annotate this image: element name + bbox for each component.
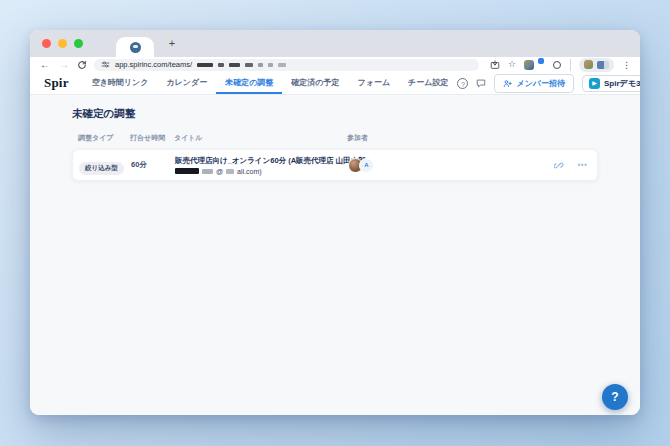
url-redacted-segment — [229, 63, 240, 67]
invite-member-button[interactable]: メンバー招待 — [494, 74, 574, 93]
share-icon[interactable] — [490, 60, 500, 70]
spir-logo[interactable]: Spir — [44, 75, 69, 91]
profile-avatar — [584, 60, 593, 69]
browser-profile-pill[interactable] — [579, 58, 614, 72]
tab-confirmed-events[interactable]: 確定済の予定 — [282, 72, 348, 94]
toolbar-right-cluster: ☆ ⋮ — [486, 58, 631, 72]
url-redacted-segment — [258, 63, 263, 67]
maximize-window-button[interactable] — [74, 39, 83, 48]
back-icon[interactable]: ← — [39, 60, 51, 70]
column-header-type: 調整タイプ — [78, 133, 130, 143]
app-header: Spir 空き時間リンク カレンダー 未確定の調整 確定済の予定 フォーム チー… — [30, 72, 640, 95]
page-content: 未確定の調整 調整タイプ 打合せ時間 タイトル 参加者 絞り込み型 60分 販売… — [30, 95, 640, 415]
type-cell: 絞り込み型 — [79, 156, 131, 175]
bookmark-star-icon[interactable]: ☆ — [508, 60, 516, 69]
site-info-icon[interactable] — [101, 60, 110, 69]
url-text: app.spirinc.com/teams/ — [115, 60, 286, 69]
toolbar-divider — [570, 59, 571, 71]
column-header-participants: 参加者 — [347, 133, 592, 143]
main-nav: 空き時間リンク カレンダー 未確定の調整 確定済の予定 フォーム チーム設定 — [83, 72, 458, 94]
page-title: 未確定の調整 — [72, 107, 598, 121]
profile-badge — [597, 61, 609, 69]
browser-menu-icon[interactable]: ⋮ — [622, 60, 631, 70]
event-title: 販売代理店向け_オンライン60分 (A販売代理店 山田太郎 — [175, 156, 348, 166]
app-header-right: ? メンバー招待 ▶ Spirデモ3 — [457, 74, 640, 93]
profile-ring-icon[interactable] — [552, 60, 562, 70]
duration-cell: 60分 — [131, 160, 175, 170]
reload-icon[interactable] — [77, 60, 87, 70]
feedback-chat-icon[interactable] — [476, 78, 486, 88]
redacted-name — [175, 168, 199, 174]
participant-initial-avatar: A — [359, 158, 374, 173]
more-options-icon[interactable]: ⋯ — [577, 160, 587, 170]
workspace-icon: ▶ — [589, 78, 600, 89]
tab-availability-links[interactable]: 空き時間リンク — [83, 72, 158, 94]
url-redacted-segment — [278, 63, 286, 67]
address-bar[interactable]: app.spirinc.com/teams/ — [94, 59, 479, 71]
minimize-window-button[interactable] — [58, 39, 67, 48]
spir-favicon-icon — [130, 42, 141, 53]
invite-member-label: メンバー招待 — [516, 78, 565, 89]
url-redacted-segment — [268, 63, 273, 67]
workspace-switcher[interactable]: ▶ Spirデモ3 — [582, 75, 640, 92]
close-window-button[interactable] — [42, 39, 51, 48]
forward-icon[interactable]: → — [58, 60, 70, 70]
event-subtitle: @ ail.com) — [175, 168, 348, 175]
type-badge: 絞り込み型 — [79, 162, 124, 175]
url-redacted-segment — [245, 63, 253, 67]
browser-tab[interactable] — [116, 37, 154, 57]
column-header-duration: 打合せ時間 — [130, 133, 174, 143]
browser-window: + ← → app.spirinc.com/teams/ — [30, 30, 640, 415]
table-row[interactable]: 絞り込み型 60分 販売代理店向け_オンライン60分 (A販売代理店 山田太郎 … — [72, 149, 598, 181]
floating-help-button[interactable]: ? — [602, 384, 628, 410]
notification-dot — [538, 58, 544, 64]
window-controls — [42, 39, 83, 48]
url-redacted-segment — [197, 63, 213, 67]
title-cell: 販売代理店向け_オンライン60分 (A販売代理店 山田太郎 @ ail.com) — [175, 156, 348, 175]
url-redacted-segment — [218, 63, 224, 67]
new-tab-button[interactable]: + — [164, 34, 180, 52]
row-actions: ⋯ — [554, 160, 587, 170]
redacted-email-part — [202, 169, 213, 174]
help-icon[interactable]: ? — [457, 78, 468, 89]
participants-cell: A — [348, 158, 554, 173]
copy-link-icon[interactable] — [554, 160, 564, 170]
tab-calendar[interactable]: カレンダー — [157, 72, 216, 94]
browser-toolbar: ← → app.spirinc.com/teams/ — [30, 57, 640, 72]
browser-tab-strip: + — [30, 30, 640, 57]
redacted-email-part — [226, 169, 234, 174]
tab-team-settings[interactable]: チーム設定 — [399, 72, 457, 94]
tab-unconfirmed-adjustments[interactable]: 未確定の調整 — [216, 72, 282, 94]
column-header-title: タイトル — [174, 133, 347, 143]
workspace-name: Spirデモ3 — [604, 78, 640, 89]
tab-forms[interactable]: フォーム — [349, 72, 400, 94]
table-header: 調整タイプ 打合せ時間 タイトル 参加者 — [72, 133, 598, 149]
extension-icon[interactable] — [524, 60, 534, 70]
